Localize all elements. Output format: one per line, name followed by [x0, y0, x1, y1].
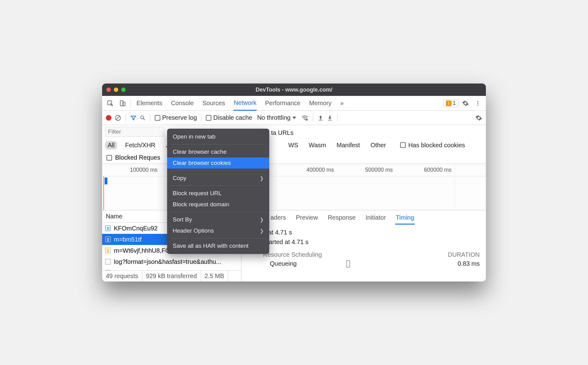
menu-clear-browser-cache[interactable]: Clear browser cache — [167, 146, 269, 157]
has-blocked-cookies-label: Has blocked cookies — [408, 142, 465, 149]
preserve-log-label: Preserve log — [162, 114, 197, 121]
panel-settings-gear-icon[interactable] — [475, 114, 482, 121]
network-toolbar: Preserve log Disable cache No throttling — [102, 111, 486, 125]
network-conditions-icon[interactable] — [301, 114, 309, 122]
checkbox-icon[interactable] — [106, 155, 112, 161]
checkbox-icon — [155, 115, 160, 121]
tab-network[interactable]: Network — [234, 96, 256, 111]
minimize-window-button[interactable] — [114, 88, 118, 92]
record-button[interactable] — [106, 115, 111, 121]
svg-rect-11 — [319, 120, 322, 120]
status-requests: 49 requests — [102, 271, 142, 281]
svg-point-8 — [141, 116, 144, 119]
status-resources: 2.5 MB — [201, 271, 228, 281]
checkbox-icon — [400, 142, 406, 148]
menu-copy[interactable]: Copy❯ — [167, 173, 269, 184]
tab-timing[interactable]: Timing — [395, 213, 415, 225]
tab-memory[interactable]: Memory — [309, 96, 331, 110]
file-icon: ⊡ — [105, 225, 111, 231]
search-icon[interactable] — [140, 115, 146, 121]
download-icon[interactable] — [327, 115, 333, 121]
preserve-log-checkbox[interactable]: Preserve log — [155, 114, 197, 121]
tab-preview[interactable]: Preview — [295, 213, 318, 225]
svg-point-10 — [306, 119, 308, 121]
tab-performance[interactable]: Performance — [265, 96, 301, 110]
menu-open-in-new-tab[interactable]: Open in new tab — [167, 131, 269, 142]
detail-tabs: aders Preview Response Initiator Timing — [241, 210, 486, 225]
kebab-menu-icon[interactable] — [472, 98, 483, 109]
maximize-window-button[interactable] — [121, 88, 126, 92]
request-type-filters: All Fetch/XHR JS WS Wasm Manifest Other … — [102, 139, 486, 152]
duration-header: DURATION — [448, 251, 480, 258]
type-all[interactable]: All — [105, 141, 117, 149]
filter-input[interactable] — [105, 127, 164, 137]
disable-cache-checkbox[interactable]: Disable cache — [206, 114, 252, 121]
settings-gear-icon[interactable] — [460, 98, 471, 109]
menu-clear-browser-cookies[interactable]: Clear browser cookies — [167, 157, 269, 169]
queued-at-label: d at 4.71 s — [263, 228, 480, 237]
tab-more[interactable]: » — [340, 96, 344, 110]
svg-point-4 — [477, 103, 478, 104]
timeline-tick: 500000 ms — [365, 167, 393, 173]
request-row[interactable]: log?format=json&hasfast=true&authu... — [102, 267, 241, 270]
menu-block-request-domain[interactable]: Block request domain — [167, 199, 269, 210]
type-ws[interactable]: WS — [286, 141, 300, 149]
chevron-right-icon: ❯ — [260, 175, 264, 181]
tab-console[interactable]: Console — [171, 96, 193, 110]
request-detail-pane: aders Preview Response Initiator Timing … — [241, 210, 486, 281]
upload-icon[interactable] — [318, 115, 324, 121]
file-icon: {} — [105, 237, 111, 242]
clear-icon[interactable] — [115, 114, 121, 121]
queueing-duration: 0.83 ms — [458, 260, 480, 268]
menu-block-request-url[interactable]: Block request URL — [167, 188, 269, 199]
inspect-element-icon[interactable] — [105, 98, 116, 109]
svg-point-3 — [477, 101, 478, 102]
menu-sort-by[interactable]: Sort By❯ — [167, 214, 269, 225]
svg-line-7 — [116, 116, 120, 119]
chevron-right-icon: ❯ — [260, 228, 264, 234]
panel-tabs: Elements Console Sources Network Perform… — [133, 96, 344, 110]
queueing-label: Queueing — [270, 260, 297, 268]
timeline-tick: 100000 ms — [130, 167, 158, 173]
svg-rect-12 — [328, 120, 332, 120]
throttling-select[interactable]: No throttling — [257, 114, 296, 121]
type-wasm[interactable]: Wasm — [306, 141, 329, 149]
close-window-button[interactable] — [106, 88, 111, 92]
context-menu: Open in new tab Clear browser cache Clea… — [167, 129, 269, 254]
file-icon: {} — [105, 248, 111, 253]
type-manifest[interactable]: Manifest — [334, 141, 363, 149]
window-title: DevTools - www.google.com/ — [102, 87, 486, 93]
device-toolbar-icon[interactable] — [117, 98, 128, 109]
timeline-tick: 600000 ms — [424, 167, 452, 173]
svg-point-5 — [477, 105, 478, 105]
request-name: log?format=json&hasfast=true&authu... — [114, 258, 221, 265]
timeline-overview[interactable]: 100000 ms 400000 ms 500000 ms 600000 ms — [102, 164, 486, 210]
warning-icon: ! — [446, 101, 452, 106]
timeline-tick: 400000 ms — [306, 167, 334, 173]
timeline-marker — [105, 178, 107, 184]
tab-initiator[interactable]: Initiator — [365, 213, 387, 225]
request-row[interactable]: log?format=json&hasfast=true&authu... — [102, 256, 241, 267]
tab-headers[interactable]: aders — [270, 213, 287, 225]
throttling-value: No throttling — [257, 114, 291, 121]
tab-response[interactable]: Response — [327, 213, 356, 225]
devtools-window: DevTools - www.google.com/ Elements Cons… — [102, 84, 486, 281]
svg-line-9 — [143, 118, 145, 120]
menu-save-all-as-har[interactable]: Save all as HAR with content — [167, 240, 269, 251]
checkbox-icon — [206, 115, 211, 121]
status-transferred: 929 kB transferred — [142, 271, 201, 281]
type-fetch-xhr[interactable]: Fetch/XHR — [123, 141, 158, 149]
warnings-badge[interactable]: ! 1 — [443, 99, 459, 107]
has-blocked-cookies-checkbox[interactable]: Has blocked cookies — [400, 142, 465, 149]
menu-header-options[interactable]: Header Options❯ — [167, 225, 269, 236]
chevron-right-icon: ❯ — [260, 217, 264, 223]
status-bar: 49 requests 929 kB transferred 2.5 MB — [102, 270, 241, 281]
tab-sources[interactable]: Sources — [202, 96, 225, 110]
chevron-down-icon — [292, 117, 296, 119]
traffic-lights — [106, 88, 126, 92]
blocked-requests-label: Blocked Reques — [115, 154, 160, 161]
filter-funnel-icon[interactable] — [130, 115, 136, 121]
started-at-label: Started at 4.71 s — [263, 237, 480, 247]
type-other[interactable]: Other — [368, 141, 388, 149]
tab-elements[interactable]: Elements — [136, 96, 162, 110]
